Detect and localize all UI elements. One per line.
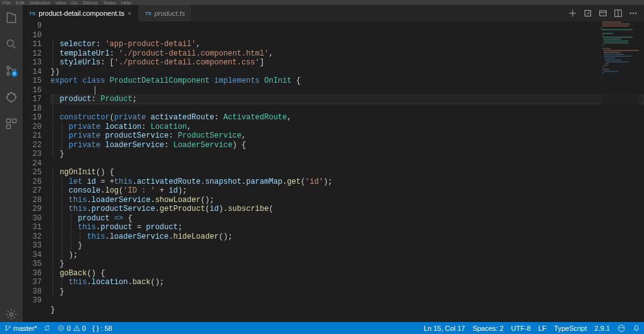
git-branch[interactable]: master* bbox=[4, 325, 37, 332]
code-line[interactable]: │ │ │ │ this.loaderService.hideLoader(); bbox=[51, 232, 644, 242]
code-line[interactable]: }) bbox=[51, 68, 644, 77]
line-number: 9 bbox=[23, 21, 42, 31]
line-number: 29 bbox=[23, 205, 42, 214]
svg-point-17 bbox=[9, 326, 10, 328]
code-line[interactable]: │ │ ); bbox=[51, 251, 644, 260]
bracket-info[interactable]: { } : 58 bbox=[92, 325, 112, 332]
line-number: 18 bbox=[23, 104, 42, 114]
code-line[interactable]: │ │ │ product => { bbox=[51, 214, 644, 224]
search-icon[interactable] bbox=[4, 37, 19, 52]
explorer-icon[interactable] bbox=[4, 10, 19, 25]
svg-point-15 bbox=[5, 326, 6, 327]
code-line[interactable]: │ } bbox=[51, 287, 644, 297]
extensions-icon[interactable] bbox=[4, 116, 19, 131]
code-line[interactable]: export class ProductDetailComponent impl… bbox=[51, 76, 644, 86]
tab-product-ts[interactable]: TS product.ts bbox=[138, 5, 192, 21]
feedback-icon[interactable] bbox=[617, 325, 625, 332]
code-line[interactable]: │ selector: 'app-product-detail', bbox=[51, 40, 644, 49]
debug-icon[interactable] bbox=[4, 90, 19, 105]
svg-point-1 bbox=[7, 66, 9, 69]
tab-product-detail-component[interactable]: TS product-detail.component.ts × bbox=[23, 5, 138, 21]
activity-bar: 8 bbox=[0, 5, 23, 322]
ts-version[interactable]: 2.9.1 bbox=[595, 325, 610, 332]
code-line[interactable]: │ ngOnInit() { bbox=[51, 168, 644, 177]
line-number: 30 bbox=[23, 214, 42, 224]
code-line[interactable]: │ } bbox=[51, 150, 644, 159]
menubar[interactable]: File Edit Selection View Go Debug Tasks … bbox=[0, 0, 644, 5]
line-number-gutter: 9101112131415161718192021222324252627282… bbox=[23, 21, 51, 322]
code-line[interactable]: │ │ private loaderService: LoaderService… bbox=[51, 141, 644, 150]
warning-count: 0 bbox=[82, 325, 86, 332]
line-number: 25 bbox=[23, 168, 42, 177]
cursor-position[interactable]: Ln 15, Col 17 bbox=[424, 325, 465, 332]
open-changes-icon[interactable] bbox=[583, 9, 592, 18]
line-number: 34 bbox=[23, 251, 42, 260]
svg-point-12 bbox=[630, 13, 631, 14]
close-icon[interactable]: × bbox=[128, 9, 131, 17]
code-line[interactable] bbox=[51, 159, 644, 169]
code-line[interactable]: │ │ this.location.back(); bbox=[51, 278, 644, 287]
line-number: 19 bbox=[23, 113, 42, 122]
problems[interactable]: 0 0 bbox=[57, 325, 86, 332]
sync-icon bbox=[44, 325, 51, 332]
code-line[interactable]: │ │ │ this.product = product; bbox=[51, 223, 644, 232]
code-line[interactable]: │ bbox=[51, 104, 644, 114]
line-number: 27 bbox=[23, 186, 42, 196]
code-line[interactable] bbox=[51, 296, 644, 306]
warning-icon bbox=[73, 325, 80, 332]
code-line[interactable]: │ │ this.loaderService.showLoader(); bbox=[51, 196, 644, 205]
tab-label: product-detail.component.ts bbox=[39, 9, 124, 17]
typescript-file-icon: TS bbox=[145, 11, 151, 16]
code-line[interactable]: │ goBack() { bbox=[51, 269, 644, 278]
text-cursor bbox=[95, 86, 95, 95]
compare-changes-icon[interactable] bbox=[568, 9, 577, 18]
code-editor[interactable]: 9101112131415161718192021222324252627282… bbox=[23, 21, 644, 322]
sync-button[interactable] bbox=[44, 325, 51, 332]
svg-rect-9 bbox=[585, 10, 590, 16]
language-mode[interactable]: TypeScript bbox=[554, 325, 587, 332]
code-content[interactable]: │ selector: 'app-product-detail',│ templ… bbox=[51, 21, 644, 322]
svg-point-13 bbox=[633, 13, 634, 14]
svg-point-2 bbox=[7, 73, 9, 75]
code-line[interactable]: │ │ │ } bbox=[51, 241, 644, 251]
code-line[interactable]: │ │ console.log('ID : ' + id); bbox=[51, 186, 644, 196]
svg-point-19 bbox=[618, 325, 624, 331]
svg-point-14 bbox=[635, 13, 636, 14]
encoding[interactable]: UTF-8 bbox=[511, 325, 531, 332]
code-line[interactable]: │ │ let id = +this.activatedRoute.snapsh… bbox=[51, 177, 644, 187]
line-number: 22 bbox=[23, 141, 42, 150]
settings-gear-icon[interactable] bbox=[4, 307, 19, 322]
line-number: 38 bbox=[23, 287, 42, 297]
line-number: 17 bbox=[23, 95, 42, 104]
more-icon[interactable] bbox=[629, 9, 638, 18]
svg-point-8 bbox=[10, 313, 13, 316]
typescript-file-icon: TS bbox=[29, 11, 35, 16]
eol[interactable]: LF bbox=[539, 325, 547, 332]
code-line[interactable]: } bbox=[51, 306, 644, 315]
svg-rect-10 bbox=[600, 11, 607, 16]
bracket-text: { } : 58 bbox=[92, 325, 112, 332]
line-number: 11 bbox=[23, 40, 42, 49]
code-line[interactable]: │ templateUrl: './product-detail.compone… bbox=[51, 49, 644, 59]
code-line[interactable]: │ │ private location: Location, bbox=[51, 122, 644, 132]
line-number: 37 bbox=[23, 278, 42, 287]
code-line[interactable]: │ │ private productService: ProductServi… bbox=[51, 131, 644, 141]
minimap[interactable] bbox=[601, 21, 639, 322]
svg-rect-7 bbox=[7, 125, 11, 129]
code-line[interactable]: │ │ this.productService.getProduct(id).s… bbox=[51, 205, 644, 214]
line-number: 31 bbox=[23, 223, 42, 232]
code-line[interactable]: │ product: Product; bbox=[51, 95, 644, 104]
line-number: 21 bbox=[23, 131, 42, 141]
line-number: 28 bbox=[23, 196, 42, 205]
status-bar: master* 0 0 { } : 58 Ln 15, Col 17 Space… bbox=[0, 322, 644, 334]
svg-point-16 bbox=[5, 329, 6, 330]
code-line[interactable]: │ } bbox=[51, 259, 644, 269]
split-editor-icon[interactable] bbox=[614, 9, 623, 18]
code-line[interactable] bbox=[51, 86, 644, 95]
notifications-icon[interactable] bbox=[633, 325, 640, 332]
preview-icon[interactable] bbox=[599, 9, 607, 18]
code-line[interactable]: │ constructor(private activatedRoute: Ac… bbox=[51, 113, 644, 122]
line-number: 32 bbox=[23, 232, 42, 242]
indentation[interactable]: Spaces: 2 bbox=[473, 325, 504, 332]
code-line[interactable]: │ styleUrls: ['./product-detail.componen… bbox=[51, 58, 644, 68]
